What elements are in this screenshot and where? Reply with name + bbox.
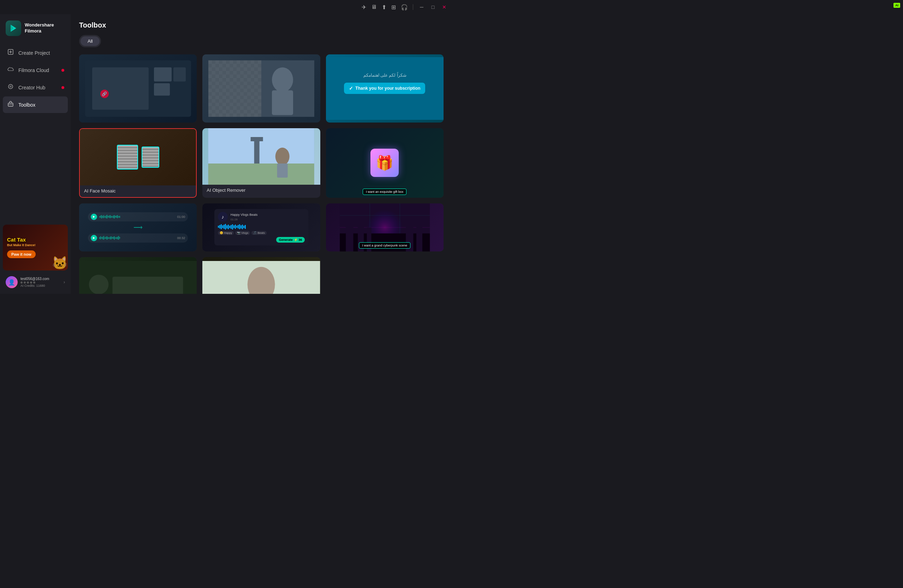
sidebar-item-label-creator-hub: Creator Hub [18, 85, 45, 90]
voice-cloning-ui: ▶ 01:00 ⟶ ▶ 00:32 [88, 212, 188, 243]
creator-hub-notification-dot [61, 86, 64, 89]
headphone-icon[interactable]: 🎧 [401, 4, 408, 11]
tool-label-ai-face-mosaic: AI Face Mosaic [80, 186, 196, 197]
promo-title: Cat Tax [7, 237, 64, 243]
music-player-ui: ♪ Happy Vlogs Beats 01:28 😊 Happy 📷 Vlog… [214, 209, 309, 245]
promo-cats-decoration: 🐱 [52, 256, 68, 270]
svg-rect-21 [208, 60, 261, 116]
logo-icon [6, 20, 21, 36]
app-body: Wondershare Filmora Create Project [0, 14, 452, 294]
grid-icon[interactable]: ⊞ [391, 4, 396, 11]
logo-text: Wondershare Filmora [25, 22, 65, 34]
tool-thumb-ai-object-remover [202, 128, 320, 185]
svg-rect-30 [251, 137, 263, 141]
user-dots [20, 281, 61, 284]
object-remove-scene [202, 128, 320, 185]
filter-tabs: All [79, 35, 101, 47]
music-tag-vlogs: 📷 Vlogs [235, 231, 250, 235]
svg-rect-45 [416, 226, 422, 252]
filmora-cloud-notification-dot [61, 69, 64, 72]
tool-label-ai-object-remover: AI Object Remover [202, 185, 320, 197]
svg-rect-41 [346, 224, 353, 252]
svg-point-6 [10, 86, 11, 87]
svg-point-31 [275, 148, 289, 165]
voice-row-1: ▶ 01:00 [88, 212, 188, 222]
filmora-cloud-icon [7, 66, 14, 74]
send-icon[interactable]: ✈ [362, 4, 366, 11]
titlebar-controls: ─ □ ✕ [418, 4, 448, 10]
user-chevron-icon: › [64, 280, 65, 285]
titlebar: ✈ 🖥 ⬆ ⊞ 🎧 ─ □ ✕ [0, 0, 452, 14]
sidebar: Wondershare Filmora Create Project [0, 14, 71, 294]
user-area[interactable]: 👤 test056@163.com AI Credits: 11680 › [2, 274, 69, 291]
tool-card-ai-face-mosaic[interactable]: AI AI Face Mosaic [79, 128, 197, 198]
tool-card-ai-sticker[interactable]: AI 🎁 I want an exquisite gift box AI Sti… [326, 128, 444, 198]
svg-point-22 [272, 67, 293, 92]
sidebar-item-filmora-cloud[interactable]: Filmora Cloud [3, 62, 68, 79]
music-tags: 😊 Happy 📷 Vlogs 🎵 Beats [218, 231, 305, 235]
tool-thumb-ai-voice-cloning: ▶ 01:00 ⟶ ▶ 00:32 [79, 203, 197, 252]
tool-card-ai-voice-cloning[interactable]: AI ▶ 01:00 ⟶ ▶ [79, 203, 197, 252]
maximize-button[interactable]: □ [429, 4, 436, 10]
creator-hub-icon [7, 83, 14, 91]
sidebar-item-creator-hub[interactable]: Creator Hub [3, 79, 68, 96]
tool-card-ai-object-remover[interactable]: AI [202, 128, 320, 198]
avatar: 👤 [6, 276, 18, 288]
user-email: test056@163.com [20, 277, 61, 281]
face-mosaic-scene [80, 129, 196, 186]
screen-icon[interactable]: 🖥 [371, 4, 377, 10]
sidebar-item-create-project[interactable]: Create Project [3, 44, 68, 61]
svg-rect-32 [277, 164, 288, 178]
promo-button[interactable]: Paw it now [7, 250, 36, 258]
main-content: Toolbox All [71, 14, 452, 294]
sidebar-item-label-create-project: Create Project [18, 50, 50, 56]
tool-card-bottom-mid[interactable]: AI [202, 257, 320, 294]
tool-card-multi-camera[interactable]: 🔗 Multi-Camera Editing [79, 54, 197, 123]
face-box-2 [142, 146, 159, 168]
upload-icon[interactable]: ⬆ [382, 4, 386, 11]
tool-card-ai-image[interactable]: AI [326, 203, 444, 252]
svg-text:شكراً لكم على اهتمامكم: شكراً لكم على اهتمامكم [363, 72, 406, 78]
tool-card-ai-translation[interactable]: شكراً لكم على اهتمامكم ✓ Thank you for y… [326, 54, 444, 123]
minimize-button[interactable]: ─ [418, 4, 425, 10]
voice-wave-2 [99, 236, 175, 240]
tool-card-ai-portrait[interactable]: AI Portrait Cutout [202, 54, 320, 123]
generate-button[interactable]: Generate ⚡ 36 [276, 237, 305, 243]
promo-banner[interactable]: Cat Tax But Make It Dance! Paw it now 🐱 [3, 225, 68, 270]
music-tag-happy: 😊 Happy [218, 231, 234, 235]
tool-card-ai-music[interactable]: AI ♪ Happy Vlogs Beats 01:28 [202, 203, 320, 252]
svg-point-5 [8, 84, 13, 89]
tool-card-bottom-left[interactable] [79, 257, 197, 294]
user-info: test056@163.com AI Credits: 11680 [20, 277, 61, 288]
music-waveform [218, 224, 305, 230]
music-time: 01:28 [231, 218, 258, 221]
play-btn-2: ▶ [91, 235, 97, 241]
toolbox-icon [7, 101, 14, 109]
promo-subtitle: But Make It Dance! [7, 243, 64, 247]
nav-items: Create Project Filmora Cloud [0, 44, 71, 113]
svg-text:🔗: 🔗 [102, 91, 107, 96]
face-box-1 [117, 145, 138, 170]
sidebar-item-label-filmora-cloud: Filmora Cloud [18, 68, 49, 73]
filter-tab-all[interactable]: All [80, 36, 99, 46]
sticker-gift-icon: 🎁 [370, 149, 399, 177]
tool-thumb-bottom-left [79, 257, 197, 294]
svg-rect-12 [173, 67, 186, 81]
ai-image-text-overlay: I want a grand cyberpunk scene [359, 242, 411, 248]
svg-rect-10 [92, 67, 149, 110]
svg-rect-48 [112, 277, 183, 294]
sidebar-item-label-toolbox: Toolbox [18, 102, 35, 108]
voice-wave-1 [99, 215, 175, 219]
user-credits: AI Credits: 11680 [20, 284, 61, 288]
translation-text: Thank you for your subscription [355, 86, 420, 91]
titlebar-icons: ✈ 🖥 ⬆ ⊞ 🎧 [362, 4, 408, 11]
svg-rect-28 [208, 164, 314, 185]
close-button[interactable]: ✕ [441, 4, 448, 10]
tool-thumb-ai-portrait [202, 54, 320, 123]
tool-thumb-ai-image: I want a grand cyberpunk scene [326, 203, 444, 252]
titlebar-divider [413, 4, 413, 10]
tool-thumb-ai-music: ♪ Happy Vlogs Beats 01:28 😊 Happy 📷 Vlog… [202, 203, 320, 252]
page-title: Toolbox [79, 21, 444, 29]
tool-thumb-bottom-mid [202, 257, 320, 294]
sidebar-item-toolbox[interactable]: Toolbox [3, 96, 68, 113]
